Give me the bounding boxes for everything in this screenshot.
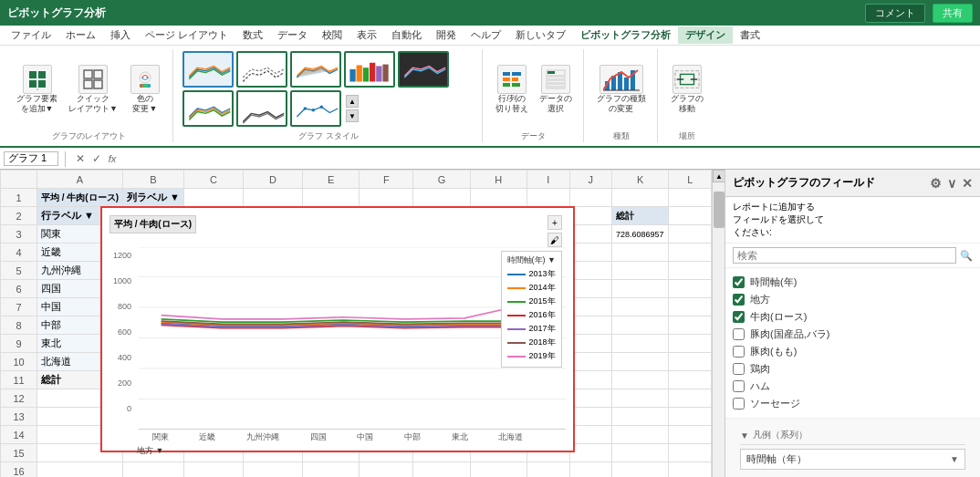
table-cell[interactable]	[669, 316, 712, 335]
drop-zone-0[interactable]: 時間軸（年） ▼	[740, 449, 965, 470]
table-cell[interactable]: 平均 / 牛肉(ロース)	[37, 189, 123, 207]
menu-item-4[interactable]: 数式	[235, 26, 270, 44]
menu-item-0[interactable]: ファイル	[4, 26, 58, 44]
table-cell[interactable]	[183, 189, 243, 207]
table-cell[interactable]	[669, 262, 712, 280]
chart-style-6[interactable]	[182, 90, 234, 127]
table-cell[interactable]	[669, 353, 712, 371]
table-cell[interactable]	[612, 353, 669, 371]
table-cell[interactable]	[612, 280, 669, 298]
scroll-track[interactable]	[713, 182, 725, 477]
move-chart-button[interactable]: グラフの移動	[667, 63, 707, 116]
field-checkbox-6[interactable]	[733, 380, 745, 392]
scroll-thumb[interactable]	[714, 192, 725, 228]
color-change-button[interactable]: 色の変更▼	[125, 63, 165, 116]
legend-title[interactable]: 時間軸(年) ▼	[507, 254, 556, 266]
menu-item-8[interactable]: 自動化	[384, 26, 429, 44]
table-cell[interactable]	[569, 280, 611, 298]
table-cell[interactable]	[413, 189, 470, 207]
table-cell[interactable]	[669, 189, 712, 207]
table-cell[interactable]	[669, 225, 712, 244]
style-scroll-down[interactable]: ▼	[346, 109, 359, 122]
chart-style-5[interactable]	[398, 51, 449, 88]
share-button[interactable]: 共有	[933, 4, 973, 23]
table-cell[interactable]	[569, 371, 611, 389]
field-checkbox-4[interactable]	[733, 346, 745, 358]
table-cell[interactable]	[569, 207, 611, 225]
spreadsheet[interactable]: A B C D E F G H I J K L 1 平均 / 牛肉(ロース)	[0, 170, 712, 477]
menu-item-10[interactable]: ヘルプ	[464, 26, 508, 44]
table-cell[interactable]	[612, 371, 669, 389]
table-cell[interactable]	[470, 189, 526, 207]
table-cell[interactable]	[569, 189, 611, 207]
table-cell[interactable]: 総計	[612, 207, 669, 225]
panel-close-icon[interactable]: ✕	[962, 176, 973, 191]
table-cell[interactable]	[303, 189, 360, 207]
chart-style-4[interactable]	[344, 51, 395, 88]
menu-item-6[interactable]: 校閲	[315, 26, 349, 44]
menu-item-14[interactable]: 書式	[733, 26, 767, 44]
table-cell[interactable]	[612, 189, 669, 207]
menu-item-13[interactable]: デザイン	[678, 26, 733, 44]
table-cell[interactable]	[527, 189, 569, 207]
scroll-up-btn[interactable]: ▲	[713, 170, 725, 182]
table-cell[interactable]	[612, 335, 669, 353]
table-cell[interactable]	[669, 244, 712, 262]
menu-item-12[interactable]: ピボットグラフ分析	[573, 26, 678, 44]
table-cell[interactable]	[569, 244, 611, 262]
table-cell[interactable]	[612, 262, 669, 280]
table-cell[interactable]	[569, 262, 611, 280]
table-cell[interactable]	[612, 298, 669, 316]
menu-item-11[interactable]: 新しいタブ	[508, 26, 573, 44]
table-cell[interactable]	[612, 316, 669, 335]
field-checkbox-3[interactable]	[733, 328, 745, 340]
table-cell[interactable]	[669, 298, 712, 316]
table-cell[interactable]: 列ラベル ▼	[123, 189, 184, 207]
insert-function-icon[interactable]: fx	[107, 153, 119, 164]
table-cell[interactable]	[569, 298, 611, 316]
chart-style-7[interactable]	[236, 90, 287, 127]
add-graph-element-button[interactable]: + グラフ要素を追加▼	[13, 63, 61, 116]
table-cell[interactable]: 728.6086957	[612, 225, 669, 244]
table-cell[interactable]	[243, 189, 302, 207]
chart-container[interactable]: 平均 / 牛肉(ロース) + 🖌 1200 1000 800 600 400 2…	[100, 206, 575, 452]
table-cell[interactable]	[569, 225, 611, 244]
chart-brush-btn[interactable]: 🖌	[547, 233, 562, 247]
chart-style-3[interactable]	[290, 51, 341, 88]
field-checkbox-5[interactable]	[733, 363, 745, 375]
table-cell[interactable]	[669, 280, 712, 298]
table-cell[interactable]	[569, 316, 611, 335]
cancel-formula-icon[interactable]: ✕	[74, 152, 87, 165]
x-axis-filter[interactable]: 地方 ▼	[137, 445, 566, 457]
table-cell[interactable]	[612, 244, 669, 262]
formula-input[interactable]	[121, 153, 976, 164]
quick-layout-button[interactable]: クイックレイアウト▼	[65, 63, 121, 116]
field-checkbox-2[interactable]	[733, 311, 745, 323]
menu-item-2[interactable]: 挿入	[103, 26, 138, 44]
menu-item-7[interactable]: 表示	[349, 26, 384, 44]
vertical-scrollbar[interactable]: ▲ ▼	[712, 170, 725, 477]
table-cell[interactable]	[669, 371, 712, 389]
comment-button[interactable]: コメント	[865, 4, 925, 23]
style-scroll-up[interactable]: ▲	[346, 95, 359, 108]
chart-style-8[interactable]	[290, 90, 341, 127]
field-checkbox-7[interactable]	[733, 398, 745, 410]
change-chart-type-button[interactable]: グラフの種類の変更	[593, 63, 650, 116]
panel-settings-icon[interactable]: ⚙	[930, 176, 942, 191]
confirm-formula-icon[interactable]: ✓	[90, 152, 103, 165]
menu-item-1[interactable]: ホーム	[58, 26, 103, 44]
menu-item-5[interactable]: データ	[270, 26, 315, 44]
table-cell[interactable]	[669, 335, 712, 353]
field-checkbox-1[interactable]	[733, 294, 745, 306]
menu-item-3[interactable]: ページ レイアウト	[138, 26, 235, 44]
table-cell[interactable]	[569, 353, 611, 371]
swap-rowcol-button[interactable]: 行/列の切り替え	[492, 63, 532, 116]
table-cell[interactable]	[569, 335, 611, 353]
cell-reference[interactable]: グラフ 1	[4, 151, 58, 166]
select-data-button[interactable]: データの選択	[536, 63, 576, 116]
chart-style-2[interactable]	[236, 51, 287, 88]
chart-style-1[interactable]	[182, 51, 234, 88]
chart-add-element-btn[interactable]: +	[547, 215, 562, 230]
field-checkbox-0[interactable]	[733, 276, 745, 288]
table-cell[interactable]	[360, 189, 413, 207]
